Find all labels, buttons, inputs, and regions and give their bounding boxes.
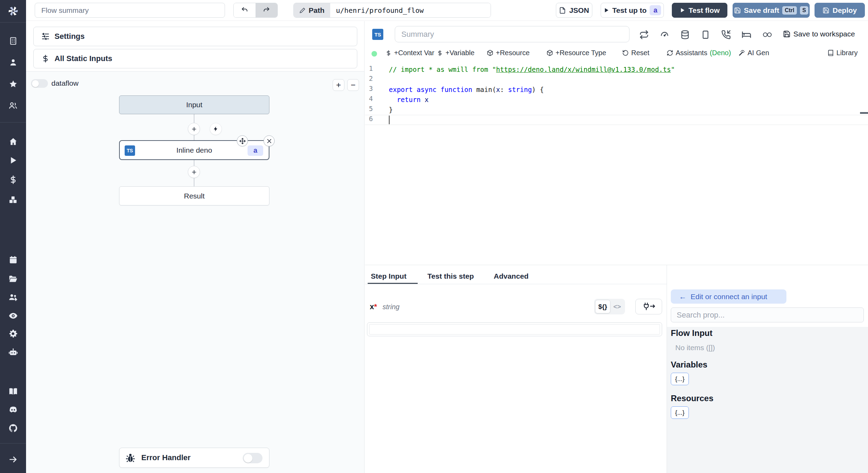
test-up-to-button[interactable]: Test up to a xyxy=(601,3,664,18)
runs-icon[interactable] xyxy=(0,156,26,165)
loop-icon[interactable] xyxy=(762,31,773,39)
tab-test-this-step[interactable]: Test this step xyxy=(427,272,474,280)
input-mode-toggle: ${} <> xyxy=(594,299,625,314)
search-prop-input[interactable]: Search prop... xyxy=(671,307,864,322)
collapse-sidebar-icon[interactable] xyxy=(0,455,26,464)
folders-icon[interactable] xyxy=(0,274,26,284)
save-draft-button[interactable]: Save draft Ctrl S xyxy=(733,3,810,18)
reset-button[interactable]: Reset xyxy=(622,49,649,57)
package-icon xyxy=(546,50,553,56)
close-icon xyxy=(266,138,272,144)
suspend-icon[interactable] xyxy=(701,30,710,40)
template-mode-button[interactable]: ${} xyxy=(595,300,610,313)
code-line-6 xyxy=(365,115,868,125)
windmill-logo[interactable] xyxy=(0,5,26,18)
error-handler-toggle[interactable] xyxy=(243,453,262,463)
audit-logs-icon[interactable] xyxy=(0,311,26,321)
home-icon[interactable] xyxy=(0,137,26,146)
mock-icon[interactable] xyxy=(742,30,751,40)
dollar-icon xyxy=(41,54,50,63)
input-node-label: Input xyxy=(186,101,202,109)
error-handler-node[interactable]: Error Handler xyxy=(119,448,269,468)
flow-node-input[interactable]: Input xyxy=(119,95,269,114)
props-section: Flow Input No items ([]) Variables {...}… xyxy=(667,327,868,473)
topbar: Flow summary Path u/henri/profound_flow … xyxy=(26,0,868,21)
step-id-badge: a xyxy=(248,145,263,156)
plus-icon xyxy=(191,126,197,132)
groups-icon[interactable] xyxy=(0,101,26,110)
zoom-out-button[interactable]: − xyxy=(347,79,359,91)
docs-icon[interactable] xyxy=(0,387,26,396)
add-context-var-button[interactable]: +Context Var xyxy=(385,49,434,57)
assistants-button[interactable]: Assistants (Deno) xyxy=(667,49,731,57)
save-to-workspace-button[interactable]: Save to workspace xyxy=(783,30,855,38)
ai-bot-icon[interactable] xyxy=(0,347,26,357)
user-icon[interactable] xyxy=(0,58,26,67)
connect-panel: ← Edit or connect an input Search prop..… xyxy=(667,265,868,473)
zoom-in-button[interactable]: + xyxy=(333,79,344,91)
add-resource-type-button[interactable]: +Resource Type xyxy=(546,49,606,57)
github-icon[interactable] xyxy=(0,423,26,433)
field-value-input[interactable] xyxy=(367,322,662,336)
connect-input-button[interactable] xyxy=(635,299,662,314)
search-prop-placeholder: Search prop... xyxy=(677,311,725,320)
undo-button[interactable] xyxy=(234,3,256,17)
flow-summary-input[interactable]: Flow summary xyxy=(35,3,225,18)
delete-node-button[interactable] xyxy=(264,135,275,146)
add-step-button-2[interactable] xyxy=(188,166,200,178)
phone-incoming-icon[interactable] xyxy=(721,30,731,40)
code-mode-button[interactable]: <> xyxy=(610,303,624,311)
library-button[interactable]: Library xyxy=(827,49,858,57)
summary-input[interactable]: Summary xyxy=(395,26,629,42)
add-resource-button[interactable]: +Resource xyxy=(487,49,529,57)
variables-icon[interactable] xyxy=(0,175,26,184)
add-trigger-button[interactable] xyxy=(210,123,222,135)
test-up-to-step-badge: a xyxy=(650,5,661,15)
save-icon xyxy=(734,7,741,14)
test-flow-button[interactable]: Test flow xyxy=(672,3,727,18)
discord-icon[interactable] xyxy=(0,405,26,415)
dataflow-toggle[interactable] xyxy=(31,79,48,88)
all-static-inputs-button[interactable]: All Static Inputs xyxy=(33,49,357,68)
no-items-text: No items ([]) xyxy=(675,344,715,352)
wand-icon xyxy=(738,50,745,56)
variables-expand-button[interactable]: {...} xyxy=(671,373,689,385)
tab-step-input[interactable]: Step Input xyxy=(371,272,407,280)
path-edit-button[interactable]: Path xyxy=(294,3,330,17)
resources-expand-button[interactable]: {...} xyxy=(671,406,689,419)
error-handler-label: Error Handler xyxy=(141,453,191,462)
test-up-to-label: Test up to xyxy=(612,6,647,15)
dollar-icon xyxy=(437,50,443,56)
overview-ruler-cursor xyxy=(860,112,868,114)
zap-icon xyxy=(213,126,219,132)
workers-icon[interactable] xyxy=(0,293,26,302)
move-node-button[interactable] xyxy=(237,135,248,146)
save-draft-label: Save draft xyxy=(744,6,779,15)
retries-icon[interactable] xyxy=(639,30,649,40)
workspace-icon[interactable] xyxy=(0,36,26,45)
star-icon[interactable] xyxy=(0,79,26,88)
schedules-icon[interactable] xyxy=(0,255,26,264)
save-icon xyxy=(823,7,829,14)
edit-or-connect-button[interactable]: ← Edit or connect an input xyxy=(671,289,786,304)
plug-icon xyxy=(642,302,656,311)
settings-gear-icon[interactable] xyxy=(0,329,26,338)
redo-button[interactable] xyxy=(256,3,278,17)
ai-gen-button[interactable]: AI Gen xyxy=(738,49,769,57)
required-asterisk: * xyxy=(374,302,377,311)
early-stop-icon[interactable] xyxy=(660,30,669,40)
cache-icon[interactable] xyxy=(680,30,690,40)
play-icon xyxy=(679,7,685,13)
deploy-button[interactable]: Deploy xyxy=(815,3,865,18)
path-input[interactable]: u/henri/profound_flow xyxy=(330,3,491,17)
tab-advanced[interactable]: Advanced xyxy=(494,272,528,280)
resources-icon[interactable] xyxy=(0,195,26,204)
add-variable-button[interactable]: +Variable xyxy=(437,49,475,57)
json-button[interactable]: JSON xyxy=(556,3,592,18)
test-flow-label: Test flow xyxy=(688,6,719,15)
settings-button[interactable]: Settings xyxy=(33,27,357,46)
sidebar xyxy=(0,0,26,473)
path-label: Path xyxy=(309,6,325,15)
add-step-button[interactable] xyxy=(188,123,200,135)
flow-node-result[interactable]: Result xyxy=(119,186,269,205)
